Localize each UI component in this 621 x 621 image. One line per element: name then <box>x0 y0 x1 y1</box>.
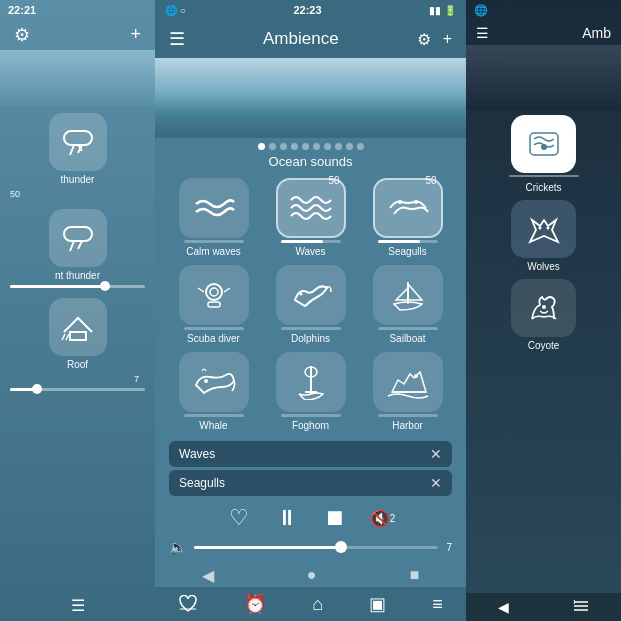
center-panel: 🌐 ○ 22:23 ▮▮ 🔋 ☰ Ambience ⚙ + Ocean soun… <box>155 0 466 621</box>
whale-label: Whale <box>199 420 227 431</box>
nav-favorites[interactable] <box>178 595 198 613</box>
wolves-icon-box <box>511 200 576 258</box>
waves-label: Waves <box>295 246 325 257</box>
right-sound-coyote[interactable]: Coyote <box>466 274 621 353</box>
svg-point-28 <box>542 305 546 309</box>
svg-line-6 <box>78 241 82 249</box>
seagulls-icon-box: 50 <box>373 178 443 238</box>
right-sound-crickets[interactable]: Crickets <box>466 110 621 195</box>
dot-7[interactable] <box>335 143 342 150</box>
dot-1[interactable] <box>269 143 276 150</box>
recent-button[interactable]: ■ <box>410 566 420 585</box>
right-back-button[interactable]: ◀ <box>498 599 509 615</box>
bottom-nav-center: ⏰ ⌂ ▣ ≡ <box>155 587 466 621</box>
add-icon[interactable]: + <box>130 24 141 46</box>
track-seagulls-close[interactable]: ✕ <box>430 475 442 491</box>
sound-harbor[interactable]: Harbor <box>363 352 452 431</box>
center-battery: ▮▮ 🔋 <box>429 5 456 16</box>
center-status-bar: 🌐 ○ 22:23 ▮▮ 🔋 <box>155 0 466 20</box>
wolves-label: Wolves <box>527 261 560 272</box>
seagulls-badge: 50 <box>425 175 436 186</box>
settings-icon[interactable]: ⚙ <box>14 24 30 46</box>
nav-home[interactable]: ⌂ <box>312 594 323 615</box>
roof-label: Roof <box>67 359 88 370</box>
scuba-icon-box <box>179 265 249 325</box>
dot-4[interactable] <box>302 143 309 150</box>
foghorn-label: Foghorn <box>292 420 329 431</box>
dot-3[interactable] <box>291 143 298 150</box>
nt-thunder-badge: 50 <box>10 189 20 199</box>
sound-sailboat[interactable]: Sailboat <box>363 265 452 344</box>
left-sound-roof[interactable]: Roof <box>0 290 155 372</box>
dot-8[interactable] <box>346 143 353 150</box>
sound-whale[interactable]: Whale <box>169 352 258 431</box>
calm-waves-label: Calm waves <box>186 246 240 257</box>
left-vol-val-row: 7 <box>0 372 155 386</box>
pause-button[interactable]: ⏸ <box>271 502 303 534</box>
thunder-icon-box <box>49 113 107 171</box>
svg-line-1 <box>70 145 74 155</box>
volume-row: 🔈 7 <box>155 537 466 557</box>
sound-calm-waves[interactable]: Calm waves <box>169 178 258 257</box>
roof-icon <box>60 312 96 342</box>
home-button[interactable]: ● <box>307 566 317 585</box>
sound-dolphins[interactable]: Dolphins <box>266 265 355 344</box>
nav-alarm[interactable]: ⏰ <box>244 593 266 615</box>
svg-point-15 <box>299 293 302 296</box>
dolphins-icon <box>289 278 333 312</box>
coyote-icon <box>524 291 564 325</box>
heart-button[interactable]: ♡ <box>223 502 255 534</box>
sound-foghorn[interactable]: Foghorn <box>266 352 355 431</box>
sound-grid: Calm waves 50 Waves 50 <box>155 174 466 435</box>
right-status-bar: 🌐 <box>466 0 621 21</box>
left-bottom-slider[interactable] <box>0 386 155 393</box>
nt-thunder-label: nt thunder <box>55 270 100 281</box>
dot-6[interactable] <box>324 143 331 150</box>
right-bottom-nav: ◀ <box>466 593 621 621</box>
right-nav-list[interactable] <box>572 599 590 615</box>
svg-point-27 <box>546 227 549 230</box>
center-header-icons: ⚙ + <box>417 30 452 49</box>
volume-value: 7 <box>446 542 452 553</box>
dot-9[interactable] <box>357 143 364 150</box>
dot-2[interactable] <box>280 143 287 150</box>
svg-point-26 <box>538 227 541 230</box>
crickets-divider <box>509 175 579 177</box>
svg-line-9 <box>66 334 69 340</box>
nt-thunder-slider[interactable] <box>0 283 155 290</box>
back-button[interactable]: ◀ <box>202 566 214 585</box>
settings-icon-center[interactable]: ⚙ <box>417 30 431 49</box>
center-title: Ambience <box>263 29 339 49</box>
crickets-icon-box <box>511 115 576 173</box>
mute-button[interactable]: 🔇2 <box>367 502 399 534</box>
dot-5[interactable] <box>313 143 320 150</box>
nt-thunder-slider-row: 50 <box>0 187 155 201</box>
sound-seagulls[interactable]: 50 Seagulls <box>363 178 452 257</box>
left-hero <box>0 50 155 105</box>
svg-line-5 <box>70 241 74 251</box>
stop-button[interactable]: ⏹ <box>319 502 351 534</box>
scuba-icon <box>192 278 236 312</box>
left-sound-thunder[interactable]: thunder <box>0 105 155 187</box>
right-top-bar: ☰ Amb <box>466 21 621 45</box>
left-list-icon[interactable]: ☰ <box>71 596 85 615</box>
right-sound-wolves[interactable]: Wolves <box>466 195 621 274</box>
right-panel: 🌐 ☰ Amb Crickets Wolves <box>466 0 621 621</box>
right-hamburger[interactable]: ☰ <box>476 25 489 41</box>
add-icon-center[interactable]: + <box>443 30 452 48</box>
nav-sleep[interactable]: ▣ <box>369 593 386 615</box>
track-waves-close[interactable]: ✕ <box>430 446 442 462</box>
sound-scuba-diver[interactable]: Scuba diver <box>169 265 258 344</box>
dot-0[interactable] <box>258 143 265 150</box>
volume-slider[interactable] <box>194 546 438 549</box>
svg-point-22 <box>414 374 418 378</box>
nav-list[interactable]: ≡ <box>432 594 443 615</box>
waves-badge: 50 <box>328 175 339 186</box>
sound-waves[interactable]: 50 Waves <box>266 178 355 257</box>
left-time: 22:21 <box>8 4 36 16</box>
left-bottom-track <box>10 388 145 391</box>
svg-line-8 <box>62 334 65 340</box>
left-sound-nt-thunder[interactable]: nt thunder <box>0 201 155 283</box>
center-hero <box>155 58 466 138</box>
hamburger-icon[interactable]: ☰ <box>169 28 185 50</box>
